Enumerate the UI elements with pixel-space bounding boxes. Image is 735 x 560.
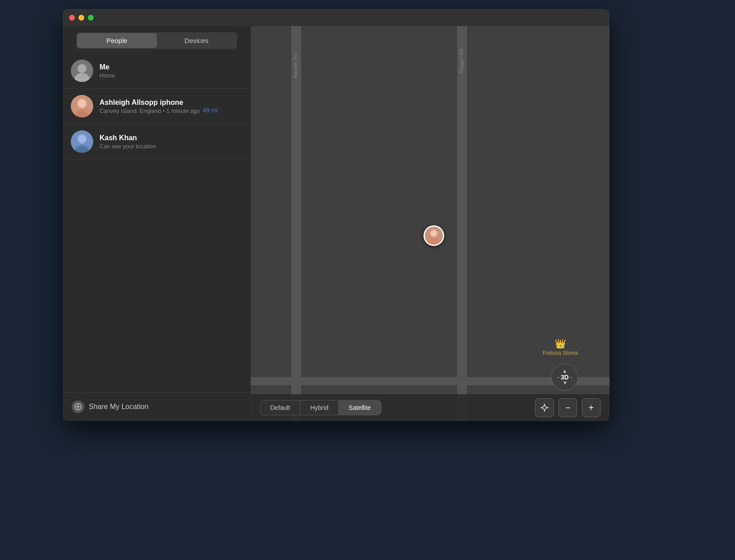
person-info: Ashleigh Allsopp iphone Canvey Island, E… [99, 99, 242, 114]
compass-3d-button[interactable]: ▲ − 3D − ▲ [551, 364, 578, 391]
svg-point-19 [543, 406, 546, 409]
minimize-button[interactable] [78, 15, 84, 21]
svg-point-18 [431, 231, 437, 236]
svg-point-5 [78, 100, 86, 107]
avatar [71, 130, 93, 153]
poi-icon: 👑 [543, 338, 578, 349]
compass-dash-right: − [570, 375, 572, 380]
traffic-lights [69, 15, 94, 21]
share-my-location-label: Share My Location [89, 403, 148, 411]
poi-fortuna-stores: 👑 Fortuna Stores [543, 338, 578, 356]
list-item[interactable]: Kash Khan Can see your location [63, 124, 251, 159]
poi-label-text: Fortuna Stores [543, 350, 578, 356]
road-label-handel: Handel Rd [293, 53, 298, 78]
map-area[interactable]: Handel Rd Roggel Rd 👑 Fortuna Stores ▲ [251, 26, 610, 421]
compass-dash-left: − [557, 375, 560, 380]
map-type-default[interactable]: Default [260, 401, 300, 415]
person-name: Ashleigh Allsopp iphone [99, 99, 242, 107]
my-location-button[interactable] [535, 398, 554, 417]
compass-3d-label: 3D [561, 374, 569, 381]
map-type-hybrid[interactable]: Hybrid [300, 401, 338, 415]
segmented-control: People Devices [76, 32, 237, 49]
sidebar-footer[interactable]: Share My Location [63, 392, 251, 421]
road-vertical-1 [291, 26, 301, 421]
share-location-icon [72, 401, 84, 413]
zoom-in-button[interactable]: + [582, 398, 601, 417]
avatar [71, 95, 93, 117]
person-name: Kash Khan [99, 134, 242, 142]
map-bottom-bar: Default Hybrid Satellite − [251, 394, 610, 421]
person-info: Kash Khan Can see your location [99, 134, 242, 150]
avatar [71, 60, 93, 82]
maximize-button[interactable] [88, 15, 94, 21]
people-list: Me Home [63, 53, 251, 392]
tab-devices[interactable]: Devices [157, 33, 237, 48]
person-info: Me Home [99, 63, 242, 79]
map-location-pin[interactable] [424, 225, 444, 246]
close-button[interactable] [69, 15, 75, 21]
map-type-satellite[interactable]: Satellite [339, 401, 381, 415]
map-type-control: Default Hybrid Satellite [260, 400, 381, 415]
svg-point-1 [75, 73, 89, 82]
tab-bar: People Devices [63, 26, 251, 53]
person-detail: Home [99, 72, 242, 79]
main-content: People Devices Me Home [63, 26, 610, 421]
title-bar [63, 9, 610, 26]
road-label-roggel: Roggel Rd [458, 48, 464, 73]
person-detail: Canvey Island, England • 1 minute ago [99, 108, 200, 114]
person-detail: Can see your location [99, 143, 242, 150]
compass-arrow-down: ▲ [562, 381, 567, 386]
find-my-window: People Devices Me Home [63, 9, 610, 421]
detail-row: Canvey Island, England • 1 minute ago 49… [99, 107, 242, 114]
sidebar: People Devices Me Home [63, 26, 251, 421]
list-item[interactable]: Me Home [63, 53, 251, 89]
person-name: Me [99, 63, 242, 71]
map-action-buttons: − + [535, 398, 601, 417]
svg-point-10 [78, 135, 86, 142]
zoom-out-button[interactable]: − [558, 398, 577, 417]
svg-point-0 [78, 64, 86, 73]
person-distance: 49 mi [203, 107, 218, 114]
tab-people[interactable]: People [77, 33, 157, 48]
map-background [251, 26, 610, 421]
road-vertical-2 [457, 26, 467, 421]
compass-arrow-up: ▲ [562, 369, 567, 374]
list-item[interactable]: Ashleigh Allsopp iphone Canvey Island, E… [63, 89, 251, 124]
